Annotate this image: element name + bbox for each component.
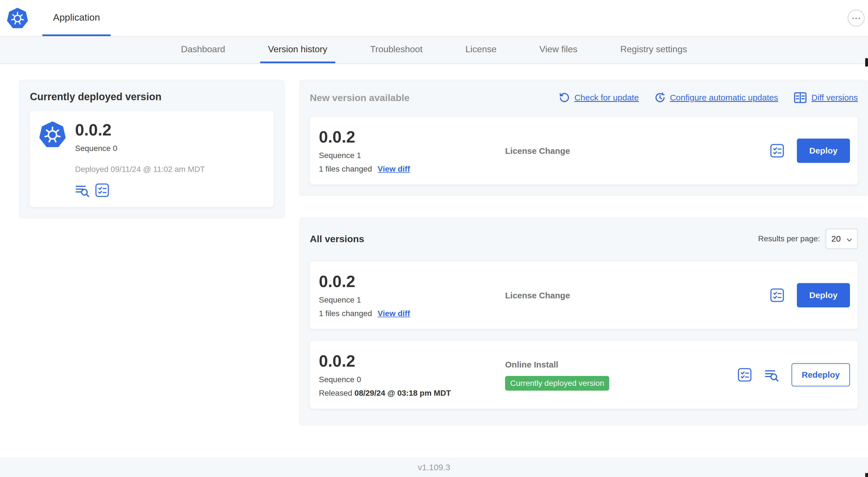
released-date: 08/29/24 @ 03:18 pm MDT [354,389,451,397]
schedule-icon [655,92,665,103]
source-label: License Change [505,291,570,300]
release-notes-button[interactable] [770,288,784,303]
view-logs-icon [75,183,90,198]
results-per-page-select[interactable]: 20 [826,229,858,249]
app-icon [39,121,66,148]
diff-versions-label: Diff versions [811,93,858,102]
version-sequence: Sequence 1 [319,296,505,304]
scrollbar-thumb[interactable] [865,473,868,477]
app-tab-label: Application [53,12,100,23]
ellipsis-icon: ⋯ [851,13,861,23]
deployed-version-info: 0.0.2 Sequence 0 Deployed 09/11/24 @ 11:… [75,121,205,198]
check-for-update-label: Check for update [574,93,639,102]
all-versions-panel: All versions Results per page: 20 [299,217,868,426]
version-source: License Change [505,146,770,156]
diff-icon [794,92,807,103]
app-nav: Dashboard Version history Troubleshoot L… [0,37,868,64]
released-line: Released 08/29/24 @ 03:18 pm MDT [319,389,505,398]
results-per-page-value: 20 [831,234,841,244]
release-notes-icon [95,183,110,198]
deploy-button[interactable]: Deploy [797,283,850,307]
version-info: 0.0.2 Sequence 1 1 files changed View di… [319,128,505,174]
view-logs-button[interactable] [75,183,90,198]
version-number: 0.0.2 [319,272,505,291]
app-window: Application ⋯ Dashboard Version history … [0,0,868,477]
tab-dashboard[interactable]: Dashboard [173,37,233,63]
tab-registry-settings[interactable]: Registry settings [612,37,695,63]
version-actions: Redeploy [737,363,850,386]
redeploy-button[interactable]: Redeploy [792,363,850,386]
app-version-label: v1.109.3 [417,463,450,472]
main-content: Currently deployed version [0,64,868,458]
version-sequence: Sequence 0 [319,375,505,384]
all-versions-header: All versions Results per page: 20 [310,229,858,249]
configure-updates-link[interactable]: Configure automatic updates [655,92,778,103]
all-versions-title: All versions [310,233,364,244]
currently-deployed-title: Currently deployed version [30,91,274,103]
deployed-actions [75,183,205,198]
chevron-down-icon [846,234,852,244]
results-per-page-label: Results per page: [758,234,820,243]
release-notes-button[interactable] [770,143,784,158]
deployed-timestamp: Deployed 09/11/24 @ 11:02 am MDT [75,165,205,174]
release-notes-icon [770,143,784,158]
check-for-update-link[interactable]: Check for update [559,92,639,103]
new-version-title: New version available [310,92,409,103]
new-version-row: 0.0.2 Sequence 1 1 files changed View di… [310,117,858,185]
version-row: 0.0.2 Sequence 1 1 files changed View di… [310,261,858,329]
new-version-header: New version available Check for update [310,91,858,105]
refresh-icon [559,92,570,103]
version-sequence: Sequence 1 [319,151,505,160]
deploy-button[interactable]: Deploy [797,139,850,163]
tab-label: License [465,44,496,55]
right-column: New version available Check for update [299,80,868,426]
tab-version-history[interactable]: Version history [260,37,335,63]
version-source: Online Install Currently deployed versio… [505,359,737,391]
tab-view-files[interactable]: View files [532,37,586,63]
source-label: License Change [505,146,570,155]
tab-label: View files [539,44,578,55]
update-actions: Check for update Configure automatic up [559,92,858,103]
view-diff-link[interactable]: View diff [378,309,410,318]
files-changed-line: 1 files changed View diff [319,309,505,318]
tab-label: Dashboard [181,44,225,55]
version-actions: Deploy [770,139,850,163]
release-notes-icon [737,367,752,382]
release-notes-icon [770,288,784,303]
view-diff-link[interactable]: View diff [378,165,410,174]
view-logs-button[interactable] [765,367,779,382]
files-changed-line: 1 files changed View diff [319,165,505,174]
currently-deployed-panel: Currently deployed version [19,80,285,218]
currently-deployed-badge: Currently deployed version [505,376,609,391]
version-info: 0.0.2 Sequence 1 1 files changed View di… [319,272,505,318]
deployed-version-card: 0.0.2 Sequence 0 Deployed 09/11/24 @ 11:… [30,111,274,207]
more-options-button[interactable]: ⋯ [848,9,865,27]
tab-license[interactable]: License [458,37,504,63]
source-label: Online Install [505,360,558,369]
version-number: 0.0.2 [319,128,505,146]
deployed-version-number: 0.0.2 [75,121,205,139]
results-per-page: Results per page: 20 [758,229,858,249]
kubernetes-logo-icon [7,7,28,29]
tab-label: Registry settings [620,44,687,55]
diff-versions-link[interactable]: Diff versions [794,92,858,103]
app-footer: v1.109.3 [0,458,868,477]
version-source: License Change [505,290,770,301]
deployed-sequence: Sequence 0 [75,144,205,153]
tab-label: Troubleshoot [370,44,423,55]
tab-application[interactable]: Application [42,0,111,36]
tab-troubleshoot[interactable]: Troubleshoot [362,37,431,63]
view-logs-icon [765,367,779,382]
release-notes-button[interactable] [95,183,110,198]
version-row: 0.0.2 Sequence 0 Released 08/29/24 @ 03:… [310,341,858,409]
new-version-panel: New version available Check for update [299,80,868,196]
scrollbar-thumb[interactable] [865,58,868,67]
files-changed-label: 1 files changed [319,309,372,318]
release-notes-button[interactable] [737,367,752,382]
files-changed-label: 1 files changed [319,165,372,174]
app-header: Application ⋯ [0,0,868,37]
configure-updates-label: Configure automatic updates [670,93,778,102]
version-number: 0.0.2 [319,352,505,370]
released-prefix: Released [319,389,352,397]
version-info: 0.0.2 Sequence 0 Released 08/29/24 @ 03:… [319,352,505,398]
